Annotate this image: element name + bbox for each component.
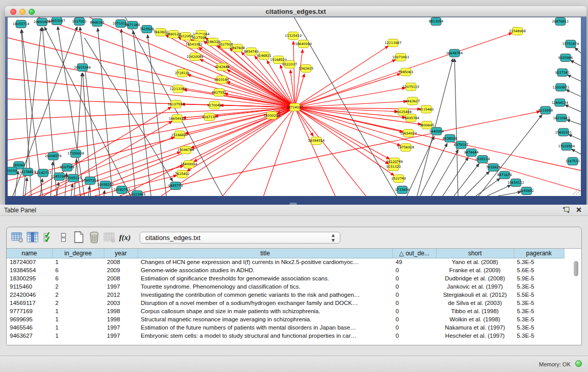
column-header-out_de[interactable]: △ out_de...	[393, 249, 436, 258]
network-node[interactable]: 8322037	[282, 60, 297, 68]
citation-edge[interactable]	[575, 48, 581, 53]
network-node[interactable]: 9115460	[419, 105, 433, 113]
table-row[interactable]: 1938455462009Genome-wide association stu…	[7, 266, 564, 274]
network-node[interactable]: 9151320	[386, 163, 401, 171]
citation-edge[interactable]	[567, 120, 581, 124]
network-node[interactable]: 7632621	[486, 164, 500, 171]
citation-edge-selected[interactable]	[295, 74, 304, 107]
close-panel-icon[interactable]: ✕	[576, 206, 582, 214]
citation-edge[interactable]	[443, 157, 468, 196]
citation-edge[interactable]	[565, 105, 581, 112]
network-node[interactable]: 2935114	[475, 156, 490, 163]
network-node[interactable]: 19654923	[400, 129, 417, 137]
network-node[interactable]: 8427552	[212, 89, 226, 96]
network-canvas[interactable]: 1405571420691406106532871527002846616110…	[8, 17, 581, 196]
network-node[interactable]: 19756928	[398, 144, 414, 151]
citation-edge[interactable]	[571, 60, 581, 66]
network-node[interactable]: 2522740	[391, 175, 406, 183]
network-node[interactable]: 15409934	[181, 161, 197, 168]
network-node[interactable]: 9474444	[464, 149, 478, 157]
column-header-pagerank[interactable]: pagerank	[514, 249, 564, 258]
citation-edge[interactable]	[569, 135, 581, 140]
network-node[interactable]: 9097588	[60, 164, 74, 171]
citation-edge-selected[interactable]	[295, 50, 303, 107]
network-node[interactable]: 15046768	[178, 146, 194, 154]
network-node[interactable]: 9170042	[207, 101, 222, 109]
network-node[interactable]: 7625402	[175, 170, 189, 178]
column-header-title[interactable]: title	[138, 249, 393, 258]
table-row[interactable]: 946554611997Estimation of the future num…	[7, 323, 564, 332]
network-node[interactable]: 11325419	[285, 32, 301, 39]
network-node[interactable]: 9242848	[215, 63, 229, 71]
show-columns-button[interactable]	[41, 231, 55, 244]
network-node[interactable]: 9227341	[555, 69, 570, 76]
network-node[interactable]: 8813054	[429, 17, 443, 25]
table-selector-dropdown[interactable]: citations_edges.txt▲▼	[140, 232, 340, 244]
column-header-name[interactable]: name	[7, 249, 52, 258]
network-node[interactable]: 17016504	[558, 143, 575, 150]
citation-edge[interactable]	[431, 150, 458, 196]
network-node[interactable]: 16107553	[168, 100, 184, 108]
citation-edge-selected[interactable]	[295, 107, 389, 164]
network-node[interactable]: 18640910	[295, 40, 312, 48]
network-node[interactable]: 17957253	[82, 177, 98, 185]
network-node[interactable]: 20876812	[552, 17, 569, 25]
citation-edge-selected[interactable]	[223, 107, 295, 196]
citation-edge[interactable]	[498, 192, 521, 196]
network-node[interactable]: 8912954	[179, 32, 193, 40]
network-node[interactable]: 9267110	[202, 113, 216, 121]
network-node[interactable]: 1362615	[299, 64, 313, 72]
new-table-button[interactable]	[72, 231, 85, 244]
network-node[interactable]: 1527002	[72, 17, 86, 25]
table-row[interactable]: 1830029562008Estimation of significance …	[7, 274, 564, 282]
network-node[interactable]: 6379197	[454, 141, 468, 149]
network-node[interactable]: 20691406	[34, 18, 50, 26]
citation-edge[interactable]	[25, 178, 27, 196]
network-node[interactable]: 10653287	[49, 17, 65, 25]
citation-edge-selected[interactable]	[295, 46, 388, 107]
network-node[interactable]: 8215958	[538, 106, 553, 114]
network-node[interactable]: 12213987	[385, 39, 401, 47]
network-node[interactable]: 20206576	[45, 152, 61, 160]
network-node[interactable]: 7615526	[140, 25, 154, 33]
row-height-button[interactable]	[57, 231, 70, 244]
citation-edge[interactable]	[566, 90, 581, 96]
network-node[interactable]: 9671388	[125, 21, 140, 29]
float-panel-icon[interactable]	[562, 207, 570, 213]
network-node[interactable]: 2803144	[214, 76, 229, 83]
network-node[interactable]: 9485779	[168, 182, 183, 190]
network-node[interactable]: 1733426	[395, 186, 409, 194]
table-row[interactable]: 946362711997Embryonic stem cells: a mode…	[7, 332, 564, 340]
select-column-button[interactable]	[26, 231, 39, 244]
network-node[interactable]: 7485063	[399, 68, 413, 76]
network-node[interactable]: 2867608	[230, 44, 245, 52]
network-node[interactable]: 8466161	[90, 18, 104, 26]
column-header-year[interactable]: year	[104, 249, 138, 258]
scrollbar-thumb[interactable]	[574, 261, 578, 276]
network-node[interactable]: 15166827	[171, 131, 188, 139]
table-row[interactable]: 911546021997Tourette syndrome. Phenomeno…	[7, 282, 564, 291]
table-settings-button[interactable]	[11, 231, 24, 244]
table-row[interactable]: 2242004622012Investigating the contribut…	[7, 291, 564, 299]
vertical-scrollbar[interactable]	[573, 260, 580, 342]
table-row[interactable]: 1872400712008Changes of HCN gene express…	[7, 258, 564, 266]
column-header-short[interactable]: short	[436, 249, 514, 258]
citation-edge[interactable]	[465, 171, 489, 196]
import-table-disabled-button[interactable]	[103, 231, 116, 244]
column-header-in_degree[interactable]: in_degree	[52, 249, 104, 258]
citation-edge[interactable]	[121, 29, 136, 196]
network-canvas-svg[interactable]: 1405571420691406106532871527002846616110…	[8, 17, 581, 196]
network-node[interactable]: 9245652	[519, 187, 534, 195]
network-node[interactable]: 8471676	[497, 171, 512, 179]
citation-edge-selected[interactable]	[8, 107, 295, 181]
network-node[interactable]: 9899695	[420, 121, 434, 129]
table-row[interactable]: 1456911722003Disruption of a novel membe…	[7, 299, 564, 307]
citation-edge-selected[interactable]	[295, 107, 335, 196]
network-node[interactable]: 12923465	[129, 191, 145, 196]
network-node[interactable]: 11548908	[509, 27, 526, 35]
network-node[interactable]: 9146821	[257, 52, 271, 59]
citation-edge-selected[interactable]	[295, 74, 401, 107]
network-node[interactable]: 12975115	[403, 83, 419, 91]
network-node[interactable]: 17359928	[68, 150, 84, 158]
citation-edge[interactable]	[89, 186, 90, 196]
